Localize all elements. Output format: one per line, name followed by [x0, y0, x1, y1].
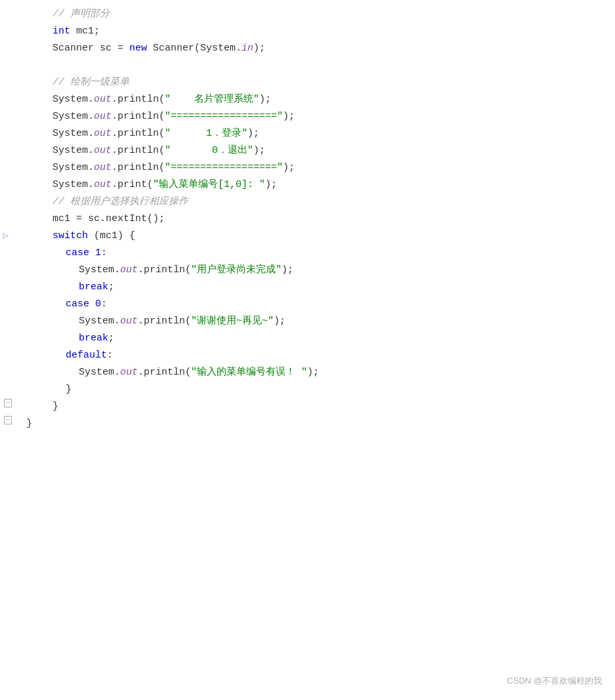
code-text: // 声明部分: [13, 7, 615, 22]
code-text: break;: [13, 279, 615, 295]
code-line: − }: [0, 399, 615, 416]
code-text: // 绘制一级菜单: [13, 75, 615, 91]
watermark: CSDN @不喜欢编程的我: [507, 674, 602, 688]
code-text: int mc1;: [13, 24, 615, 39]
code-text: System.out.println(" 名片管理系统");: [13, 92, 615, 108]
code-line: System.out.println(" 名片管理系统");: [0, 92, 615, 109]
gutter-minus2: −: [2, 416, 14, 424]
code-line: int mc1;: [0, 24, 615, 41]
code-text: System.out.println("==================")…: [13, 109, 615, 125]
gutter-minus1: −: [2, 399, 14, 407]
code-line: Scanner sc = new Scanner(System.in);: [0, 41, 615, 58]
code-text: switch (mc1) {: [13, 228, 615, 244]
code-line: default:: [0, 348, 615, 365]
code-line: System.out.println(" 0．退出");: [0, 143, 615, 160]
code-text: System.out.println("==================")…: [13, 160, 615, 176]
code-text: // 根据用户选择执行相应操作: [13, 194, 615, 210]
code-line: System.out.print("输入菜单编号[1,0]: ");: [0, 177, 615, 194]
code-line: case 1:: [0, 245, 615, 262]
code-line: System.out.println("用户登录尚未完成");: [0, 262, 615, 279]
code-text: }: [13, 416, 615, 432]
code-line: System.out.println("谢谢使用~再见~");: [0, 314, 615, 331]
code-text: System.out.println(" 1．登录");: [13, 126, 615, 142]
code-line: // 声明部分: [0, 7, 615, 24]
code-line: System.out.println("输入的菜单编号有误！ ");: [0, 365, 615, 382]
code-text: break;: [13, 331, 615, 346]
code-line: break;: [0, 331, 615, 348]
code-line: System.out.println("==================")…: [0, 109, 615, 126]
code-line: }: [0, 382, 615, 399]
code-line: // 绘制一级菜单: [0, 75, 615, 92]
code-line: mc1 = sc.nextInt();: [0, 211, 615, 228]
code-text: }: [13, 399, 615, 415]
code-line: System.out.println("==================")…: [0, 160, 615, 177]
code-line: ▷ switch (mc1) {: [0, 228, 615, 245]
code-line: − }: [0, 416, 615, 433]
code-text: System.out.println("谢谢使用~再见~");: [13, 314, 615, 329]
gutter-triangle: ▷: [0, 228, 12, 243]
code-line: [0, 58, 615, 75]
code-text: System.out.println("用户登录尚未完成");: [13, 262, 615, 278]
code-line: case 0:: [0, 297, 615, 314]
code-text: }: [13, 382, 615, 398]
code-text: Scanner sc = new Scanner(System.in);: [13, 41, 615, 56]
code-text: mc1 = sc.nextInt();: [13, 211, 615, 227]
code-container: // 声明部分 int mc1; Scanner sc = new Scanne…: [0, 0, 615, 700]
code-text: case 1:: [13, 245, 615, 261]
code-text: default:: [13, 348, 615, 363]
code-line: System.out.println(" 1．登录");: [0, 126, 615, 143]
code-line: break;: [0, 279, 615, 297]
code-line: // 根据用户选择执行相应操作: [0, 194, 615, 211]
code-text: [13, 58, 615, 73]
code-text: case 0:: [13, 297, 615, 312]
code-text: System.out.print("输入菜单编号[1,0]: ");: [13, 177, 615, 193]
code-text: System.out.println(" 0．退出");: [13, 143, 615, 159]
code-text: System.out.println("输入的菜单编号有误！ ");: [13, 365, 615, 381]
